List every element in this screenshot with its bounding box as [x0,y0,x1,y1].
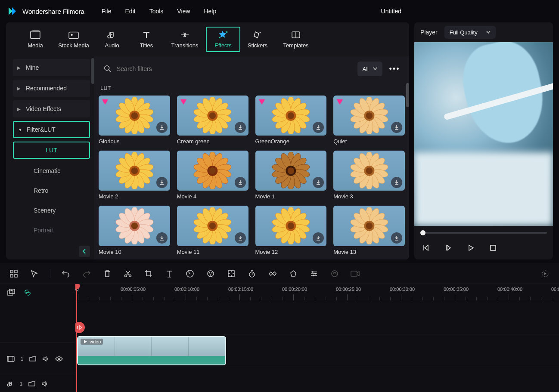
tl-ai-icon[interactable] [329,269,340,279]
tab-stock-media[interactable]: Stock Media [53,28,95,51]
svg-rect-204 [10,270,13,273]
panel-tabs: Media Stock Media Audio Titles Transitio… [6,22,409,56]
gallery-item[interactable]: Movie 10 [99,206,170,255]
download-button[interactable] [235,177,246,188]
sidebar-sub-portrait[interactable]: Portrait [13,222,90,239]
effects-icon [217,30,229,40]
tab-media[interactable]: Media [18,28,53,51]
player-stop-button[interactable] [488,242,499,253]
tl-keyframe-icon[interactable] [267,269,278,279]
tl-timer-icon[interactable] [247,269,257,279]
mute-icon[interactable] [41,380,48,387]
gallery-item[interactable]: Movie 4 [177,151,248,200]
svg-point-220 [314,273,316,275]
download-button[interactable] [156,232,168,244]
tl-record-icon[interactable] [350,269,360,279]
menu-tools[interactable]: Tools [149,8,164,15]
search-filters-input[interactable] [99,61,353,77]
gallery-item[interactable]: Movie 2 [99,151,170,200]
player-quality-dropdown[interactable]: Full Quality [444,26,496,39]
tl-delete-icon[interactable] [102,269,112,279]
svg-point-5 [219,37,220,38]
menu-help[interactable]: Help [204,8,216,15]
playhead[interactable] [76,284,77,392]
menu-view[interactable]: View [177,8,190,15]
tl-tracking-icon[interactable] [226,269,236,279]
gallery-scrollbar[interactable] [406,56,409,259]
audio-icon [106,30,118,40]
download-button[interactable] [391,232,402,244]
timeline-video-lane[interactable]: video [75,334,559,367]
tl-color-icon[interactable] [205,269,216,279]
more-options-button[interactable]: ••• [387,62,402,76]
sidebar-item-filter-lut[interactable]: ▼Filter&LUT [13,121,90,138]
svg-point-222 [332,271,338,277]
tl-adjust-icon[interactable] [309,269,319,279]
svg-point-212 [209,272,210,273]
tab-audio[interactable]: Audio [95,28,129,51]
gallery-item-label: GreenOrange [255,138,327,145]
sidebar-collapse-button[interactable] [79,246,90,257]
tl-render-icon[interactable] [540,269,550,279]
player-preview[interactable] [414,42,553,226]
player-prev-button[interactable] [420,242,432,253]
menu-file[interactable]: File [102,8,112,15]
tl-crop-icon[interactable] [143,269,154,279]
eye-icon[interactable] [55,356,63,362]
video-track-icon [7,356,15,362]
tab-titles[interactable]: Titles [129,28,164,51]
sidebar-item-mine[interactable]: ▶Mine [13,59,90,76]
download-button[interactable] [156,122,168,133]
premium-badge-icon [100,97,110,107]
sidebar-item-recommended[interactable]: ▶Recommended [13,80,90,97]
sidebar-sub-lut[interactable]: LUT [13,142,90,159]
player-progress-slider[interactable] [420,232,547,234]
sidebar-sub-scenery[interactable]: Scenery [13,202,90,219]
tl-video-track-header[interactable]: 1 [0,342,75,375]
tl-mask-icon[interactable] [288,269,298,279]
timeline-clip-video[interactable]: video [77,336,226,365]
player-step-button[interactable] [443,242,454,253]
gallery-item[interactable]: Movie 12 [255,206,327,255]
player-play-button[interactable] [465,242,476,253]
mute-icon[interactable] [42,355,49,362]
gallery-item[interactable]: Movie 11 [177,206,248,255]
timeline-ruler[interactable]: 00:0000:00:05:0000:00:10:0000:00:15:0000… [75,284,559,301]
sidebar-item-video-effects[interactable]: ▶Video Effects [13,100,90,117]
filter-dropdown[interactable]: All [357,62,382,76]
tl-text-icon[interactable] [164,269,174,279]
timeline-audio-lane[interactable] [75,367,559,384]
tl-speed-icon[interactable] [185,269,195,279]
tl-add-track-icon[interactable] [7,288,16,297]
sidebar-sub-retro[interactable]: Retro [13,182,90,199]
gallery-item[interactable]: Cream green [177,96,248,145]
sidebar-sub-cinematic[interactable]: Cinematic [13,162,90,179]
project-title: Untitled [381,8,401,15]
timeline-toolbar [0,263,559,284]
tl-undo-icon[interactable] [61,269,71,279]
gallery-item[interactable]: Movie 3 [333,151,405,200]
ruler-tick-label: 00:0 [551,287,559,292]
tab-stickers[interactable]: Stickers [240,28,275,51]
tab-transitions[interactable]: Transitions [164,28,206,51]
download-button[interactable] [235,122,246,133]
gallery-item[interactable]: Quiet [333,96,405,145]
svg-rect-0 [31,31,40,38]
tl-audio-track-header[interactable]: 1 [0,375,75,392]
gallery-item[interactable]: Movie 13 [333,206,405,255]
menu-edit[interactable]: Edit [125,8,136,15]
tl-cursor-icon[interactable] [29,269,40,279]
tl-link-icon[interactable] [23,288,32,297]
tl-grid-icon[interactable] [9,269,19,279]
tl-redo-icon[interactable] [81,269,92,279]
tl-split-icon[interactable] [123,269,133,279]
sidebar-scrollbar[interactable] [91,56,94,259]
gallery-item[interactable]: Movie 1 [255,151,327,200]
gallery-item-label: Quiet [333,138,405,145]
tab-templates[interactable]: Templates [275,28,317,51]
download-button[interactable] [235,232,246,244]
tab-effects[interactable]: Effects [206,27,240,52]
gallery-item[interactable]: GreenOrange [255,96,327,145]
download-button[interactable] [313,232,324,244]
gallery-item[interactable]: Glorious [99,96,170,145]
